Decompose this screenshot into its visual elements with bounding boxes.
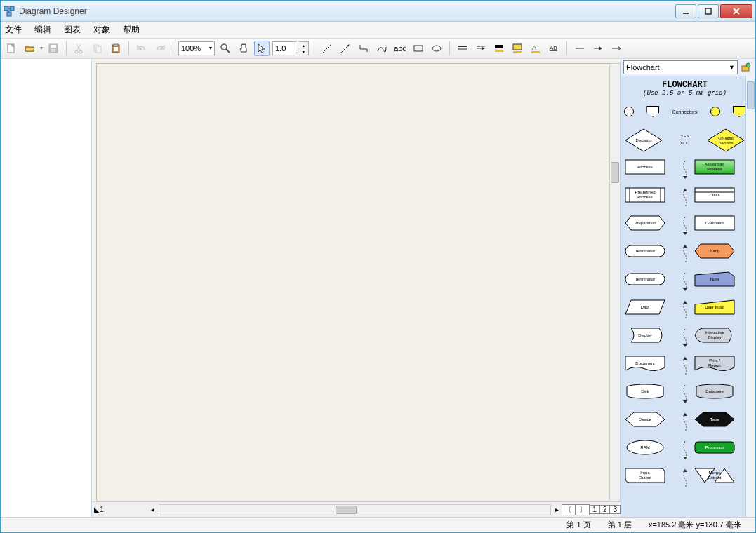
canvas[interactable] xyxy=(96,63,621,501)
shape-document[interactable]: Document xyxy=(624,353,666,373)
menu-help[interactable]: 帮助 xyxy=(123,24,140,36)
shape-database[interactable]: Database xyxy=(694,382,736,401)
minimize-button[interactable] xyxy=(675,4,696,18)
paste-button[interactable] xyxy=(108,41,124,56)
redo-button[interactable] xyxy=(152,41,168,56)
svg-rect-6 xyxy=(705,8,711,14)
shape-tape[interactable]: Tape xyxy=(694,410,736,429)
svg-text:Database: Database xyxy=(705,389,724,393)
horizontal-scroll-thumb[interactable] xyxy=(336,506,357,514)
shape-disk[interactable]: Disk xyxy=(624,382,666,401)
shape-interactive-display[interactable]: InteractiveDisplay xyxy=(694,325,736,345)
flow-arrow-icon xyxy=(679,382,691,407)
menu-object[interactable]: 对象 xyxy=(93,24,110,36)
shape-preparation[interactable]: Preparation xyxy=(624,213,666,233)
close-button[interactable] xyxy=(720,4,752,18)
page-tab-2[interactable]: 2 xyxy=(599,505,611,514)
shape-terminator[interactable]: Terminator xyxy=(624,241,666,261)
text-tool[interactable]: abc xyxy=(392,41,408,56)
connector-circle[interactable] xyxy=(624,107,634,116)
maximize-button[interactable] xyxy=(698,4,719,18)
page-tab-1[interactable]: 1 xyxy=(589,505,600,514)
select-tool-button[interactable] xyxy=(254,41,270,56)
zoom-tool-button[interactable] xyxy=(218,41,233,56)
text-color-button[interactable]: A xyxy=(528,41,543,56)
shape-display[interactable]: Display xyxy=(624,325,666,345)
undo-button[interactable] xyxy=(134,41,150,56)
shape-jump[interactable]: Jump xyxy=(694,241,736,261)
scroll-right-button[interactable]: ▸ xyxy=(552,506,562,513)
shape-predefined-process[interactable]: PredefinedProcess xyxy=(624,185,666,205)
curve-tool[interactable] xyxy=(374,41,390,56)
shape-assembler-process[interactable]: AssemblerProcess xyxy=(694,157,736,177)
linewidth-spinner[interactable]: ▴▾ xyxy=(299,41,309,55)
svg-rect-12 xyxy=(51,49,55,52)
linestyle-button[interactable] xyxy=(455,41,470,56)
cut-button[interactable] xyxy=(72,41,87,56)
horizontal-scrollbar[interactable] xyxy=(159,504,551,515)
shape-ram[interactable]: RAM xyxy=(624,438,666,457)
arrow-end-open[interactable] xyxy=(609,41,624,56)
palette-scrollbar[interactable] xyxy=(745,76,755,517)
shape-merge-extract[interactable]: MergeExtract xyxy=(694,466,736,485)
connectors-row: Connectors xyxy=(624,100,745,123)
page-next-button[interactable]: 〕 xyxy=(576,504,590,515)
shape-process[interactable]: Process xyxy=(624,157,666,177)
shape-user-input[interactable]: User Input xyxy=(694,297,736,317)
shape-on-input-decision[interactable]: On-InputDecision xyxy=(706,128,745,153)
shape-note[interactable]: Note xyxy=(694,269,736,289)
shape-processor[interactable]: Processor xyxy=(694,438,736,457)
shape-class[interactable]: Class xyxy=(694,185,736,205)
text-style-button[interactable]: AB xyxy=(546,41,562,56)
connector-offpage[interactable] xyxy=(646,106,659,117)
zoom-input[interactable]: 100%▾ xyxy=(178,41,215,55)
svg-rect-35 xyxy=(513,51,522,53)
shape-print-report[interactable]: Print /Report xyxy=(694,353,736,373)
shape-decision[interactable]: Decision xyxy=(624,128,663,153)
arrow-tool[interactable] xyxy=(338,41,353,56)
connector-tool[interactable] xyxy=(356,41,371,56)
ellipse-tool[interactable] xyxy=(429,41,444,56)
shape-device[interactable]: Device xyxy=(624,410,666,429)
arrow-end-solid[interactable] xyxy=(590,41,606,56)
fill-color-button[interactable] xyxy=(510,41,525,56)
rect-tool[interactable] xyxy=(411,41,426,56)
page-prev-button[interactable]: 〔 xyxy=(562,504,576,515)
menu-chart[interactable]: 图表 xyxy=(64,24,81,36)
arrow-end-line[interactable] xyxy=(572,41,588,56)
save-button[interactable] xyxy=(46,41,61,56)
shape-comment[interactable]: Comment xyxy=(694,213,736,233)
connector-offpage-yellow[interactable] xyxy=(733,106,745,117)
vertical-scrollbar[interactable] xyxy=(609,63,621,501)
shape-data[interactable]: Data xyxy=(624,297,666,317)
status-page: 第 1 页 xyxy=(558,520,599,530)
page-tab-3[interactable]: 3 xyxy=(609,505,621,514)
vertical-scroll-thumb[interactable] xyxy=(611,162,619,183)
palette-scroll-thumb[interactable] xyxy=(747,81,755,109)
shape-input-output[interactable]: InputOutput xyxy=(624,466,666,485)
page-corner-left[interactable]: ◣1 xyxy=(92,506,106,513)
connectors-label: Connectors xyxy=(672,109,698,114)
pan-tool-button[interactable] xyxy=(236,41,251,56)
linewidth-value: 1.0 xyxy=(275,44,286,53)
open-button[interactable] xyxy=(22,41,37,56)
menu-edit[interactable]: 编辑 xyxy=(34,24,51,36)
line-color-button[interactable] xyxy=(491,41,507,56)
shape-terminator[interactable]: Terminator xyxy=(624,269,666,289)
new-button[interactable] xyxy=(4,41,19,56)
svg-text:Decision: Decision xyxy=(718,141,733,145)
scroll-left-button[interactable]: ◂ xyxy=(148,506,157,513)
svg-text:Processor: Processor xyxy=(705,445,724,450)
connector-circle-yellow[interactable] xyxy=(710,107,720,116)
svg-text:Interactive: Interactive xyxy=(705,330,724,335)
shape-library-button[interactable] xyxy=(739,60,753,74)
shapeset-combobox[interactable]: Flowchart▼ xyxy=(623,60,738,74)
arrow-style-button[interactable] xyxy=(473,41,489,56)
copy-button[interactable] xyxy=(90,41,105,56)
svg-point-43 xyxy=(746,63,750,67)
line-tool[interactable] xyxy=(319,41,335,56)
page-marker: 1 xyxy=(100,506,104,513)
linewidth-input[interactable]: 1.0 xyxy=(272,41,296,55)
svg-rect-21 xyxy=(114,47,118,51)
menu-file[interactable]: 文件 xyxy=(5,24,22,36)
